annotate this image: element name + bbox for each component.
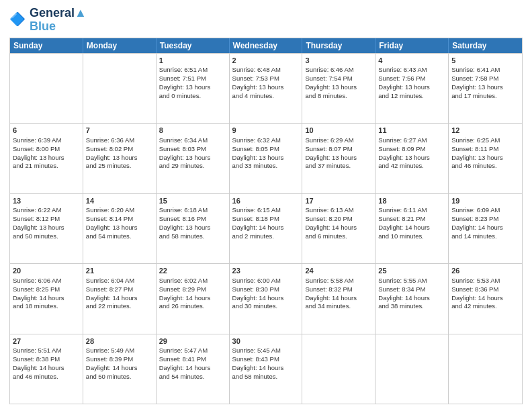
calendar-week-row: 1Sunrise: 6:51 AMSunset: 7:51 PMDaylight… — [10, 53, 522, 123]
calendar-day-30: 30Sunrise: 5:45 AMSunset: 8:43 PMDayligh… — [230, 334, 303, 404]
day-info: and 33 minutes. — [232, 162, 300, 171]
calendar-day-8: 8Sunrise: 6:34 AMSunset: 8:03 PMDaylight… — [157, 124, 230, 193]
calendar-day-6: 6Sunrise: 6:39 AMSunset: 8:00 PMDaylight… — [10, 124, 83, 193]
day-info: and 17 minutes. — [451, 92, 519, 101]
day-info: Sunset: 7:58 PM — [451, 75, 519, 83]
day-info: and 54 minutes. — [86, 232, 153, 241]
day-number: 27 — [13, 336, 80, 347]
calendar-day-29: 29Sunrise: 5:47 AMSunset: 8:41 PMDayligh… — [157, 334, 230, 404]
day-info: Daylight: 14 hours — [451, 294, 519, 303]
calendar-day-26: 26Sunrise: 5:53 AMSunset: 8:36 PMDayligh… — [449, 264, 522, 333]
weekday-header: Monday — [83, 38, 157, 53]
day-number: 8 — [159, 126, 226, 136]
logo-icon: 🔷 — [9, 11, 28, 30]
svg-text:🔷: 🔷 — [9, 11, 26, 27]
calendar-week-row: 27Sunrise: 5:51 AMSunset: 8:38 PMDayligh… — [10, 334, 522, 404]
day-info: and 58 minutes. — [159, 232, 226, 241]
day-info: Daylight: 14 hours — [232, 364, 300, 373]
day-info: Sunrise: 6:09 AM — [451, 206, 519, 215]
day-info: Sunset: 8:41 PM — [159, 355, 226, 364]
day-number: 20 — [13, 266, 80, 276]
day-info: Daylight: 14 hours — [13, 294, 80, 303]
calendar-day-2: 2Sunrise: 6:48 AMSunset: 7:53 PMDaylight… — [230, 54, 303, 123]
day-info: Sunrise: 6:51 AM — [159, 66, 226, 75]
day-number: 4 — [378, 56, 445, 66]
day-info: Daylight: 13 hours — [305, 154, 372, 163]
calendar-day-10: 10Sunrise: 6:29 AMSunset: 8:07 PMDayligh… — [302, 124, 375, 193]
day-number: 3 — [305, 56, 372, 66]
day-number: 7 — [86, 126, 153, 136]
calendar-day-25: 25Sunrise: 5:55 AMSunset: 8:34 PMDayligh… — [375, 264, 449, 333]
day-info: Daylight: 14 hours — [232, 224, 300, 232]
calendar-day-7: 7Sunrise: 6:36 AMSunset: 8:02 PMDaylight… — [83, 124, 157, 193]
day-info: Sunset: 8:36 PM — [451, 285, 519, 294]
calendar-day-22: 22Sunrise: 6:02 AMSunset: 8:29 PMDayligh… — [157, 264, 230, 333]
day-info: Sunset: 8:14 PM — [86, 215, 153, 224]
day-number: 5 — [451, 56, 519, 66]
calendar-day-15: 15Sunrise: 6:18 AMSunset: 8:16 PMDayligh… — [157, 194, 230, 263]
day-info: Sunset: 8:12 PM — [13, 215, 80, 224]
calendar-day-11: 11Sunrise: 6:27 AMSunset: 8:09 PMDayligh… — [375, 124, 449, 193]
calendar-day-5: 5Sunrise: 6:41 AMSunset: 7:58 PMDaylight… — [449, 54, 522, 123]
day-info: Sunrise: 5:49 AM — [86, 347, 153, 355]
day-info: Sunset: 8:11 PM — [451, 145, 519, 154]
day-info: Sunrise: 6:11 AM — [378, 206, 445, 215]
day-info: and 2 minutes. — [232, 232, 300, 241]
calendar-day-20: 20Sunrise: 6:06 AMSunset: 8:25 PMDayligh… — [10, 264, 83, 333]
day-info: and 54 minutes. — [159, 373, 226, 381]
calendar-day-3: 3Sunrise: 6:46 AMSunset: 7:54 PMDaylight… — [302, 54, 375, 123]
day-info: and 10 minutes. — [378, 232, 445, 241]
day-info: Sunset: 8:09 PM — [378, 145, 445, 154]
day-number: 17 — [305, 196, 372, 206]
day-info: Sunrise: 6:04 AM — [86, 277, 153, 285]
day-number: 14 — [86, 196, 153, 206]
calendar-body: 1Sunrise: 6:51 AMSunset: 7:51 PMDaylight… — [10, 53, 522, 404]
calendar-day-1: 1Sunrise: 6:51 AMSunset: 7:51 PMDaylight… — [157, 54, 230, 123]
day-number: 29 — [159, 336, 226, 347]
day-info: Daylight: 13 hours — [13, 224, 80, 232]
day-number: 28 — [86, 336, 153, 347]
day-number: 19 — [451, 196, 519, 206]
day-number: 10 — [305, 126, 372, 136]
day-info: Daylight: 13 hours — [86, 224, 153, 232]
day-info: and 38 minutes. — [378, 302, 445, 311]
day-info: Sunset: 8:21 PM — [378, 215, 445, 224]
day-info: and 30 minutes. — [232, 302, 300, 311]
day-info: Sunrise: 6:25 AM — [451, 136, 519, 145]
day-info: Sunset: 8:16 PM — [159, 215, 226, 224]
calendar-day-24: 24Sunrise: 5:58 AMSunset: 8:32 PMDayligh… — [302, 264, 375, 333]
day-info: Sunset: 8:38 PM — [13, 355, 80, 364]
calendar-week-row: 13Sunrise: 6:22 AMSunset: 8:12 PMDayligh… — [10, 193, 522, 263]
day-info: Sunrise: 6:22 AM — [13, 206, 80, 215]
day-number: 12 — [451, 126, 519, 136]
day-info: Sunset: 8:05 PM — [232, 145, 300, 154]
day-info: and 0 minutes. — [159, 92, 226, 101]
day-info: and 14 minutes. — [451, 232, 519, 241]
weekday-header: Thursday — [302, 38, 375, 53]
day-info: and 22 minutes. — [86, 302, 153, 311]
calendar-day-27: 27Sunrise: 5:51 AMSunset: 8:38 PMDayligh… — [10, 334, 83, 404]
day-info: and 26 minutes. — [159, 302, 226, 311]
day-info: Sunrise: 5:47 AM — [159, 347, 226, 355]
day-info: Sunset: 8:34 PM — [378, 285, 445, 294]
day-number: 25 — [378, 266, 445, 276]
day-number: 2 — [232, 56, 300, 66]
day-info: Sunset: 8:29 PM — [159, 285, 226, 294]
day-info: Sunrise: 5:53 AM — [451, 277, 519, 285]
day-info: Sunset: 8:32 PM — [305, 285, 372, 294]
calendar-day-4: 4Sunrise: 6:43 AMSunset: 7:56 PMDaylight… — [375, 54, 449, 123]
day-number: 9 — [232, 126, 300, 136]
calendar-empty-cell — [375, 334, 449, 404]
day-info: Daylight: 14 hours — [86, 364, 153, 373]
day-info: and 37 minutes. — [305, 162, 372, 171]
day-info: Sunrise: 6:39 AM — [13, 136, 80, 145]
day-number: 22 — [159, 266, 226, 276]
day-info: Sunset: 8:00 PM — [13, 145, 80, 154]
calendar-header: SundayMondayTuesdayWednesdayThursdayFrid… — [10, 38, 522, 53]
calendar-week-row: 20Sunrise: 6:06 AMSunset: 8:25 PMDayligh… — [10, 263, 522, 333]
day-info: Daylight: 13 hours — [305, 83, 372, 92]
day-info: and 21 minutes. — [13, 162, 80, 171]
day-info: Daylight: 14 hours — [86, 294, 153, 303]
page: 🔷 General▲ Blue SundayMondayTuesdayWedne… — [0, 0, 532, 411]
day-info: Sunrise: 6:06 AM — [13, 277, 80, 285]
